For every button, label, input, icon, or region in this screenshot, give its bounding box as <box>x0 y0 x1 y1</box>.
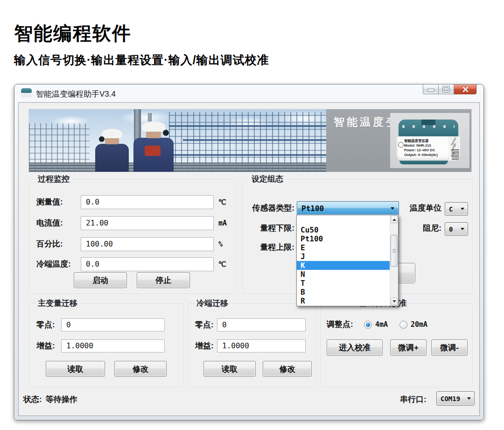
main-gain-field[interactable]: 1.0000 <box>61 339 165 352</box>
group-title: 过程监控 <box>35 175 72 184</box>
stop-button[interactable]: 停止 <box>137 272 190 288</box>
minimize-icon <box>427 89 434 92</box>
chevron-down-icon <box>467 397 471 402</box>
cold-zero-field[interactable]: 0 <box>217 318 306 331</box>
app-icon-label <box>21 93 32 98</box>
dropdown-item-n[interactable]: N <box>297 270 390 279</box>
radio-20ma-label: 20mA <box>411 319 427 330</box>
dropdown-item-k-selected[interactable]: K <box>297 261 390 270</box>
current-value-unit: mA <box>218 216 227 230</box>
maximize-button[interactable] <box>439 85 454 94</box>
temp-unit-value: C <box>445 205 461 213</box>
scroll-down-button[interactable] <box>391 298 398 305</box>
zero-label: 零点: <box>36 318 55 331</box>
ear-muff <box>99 136 105 142</box>
cold-gain-field[interactable]: 1.0000 <box>217 339 306 352</box>
app-window: 智能温变编程助手V3.4 <box>14 84 484 420</box>
pipes-art <box>29 162 326 172</box>
measure-value-field[interactable]: 0.0 <box>81 195 214 209</box>
fine-tune-minus-button[interactable]: 微调- <box>431 339 468 356</box>
cold-junction-temp-field[interactable]: 0.0 <box>81 257 214 271</box>
serial-port-label: 串行口: <box>400 394 427 405</box>
device-cap <box>399 120 458 137</box>
minimize-button[interactable] <box>423 85 439 94</box>
dropdown-item-cu50[interactable]: Cu50 <box>297 226 390 234</box>
banner: 智能温度变送器 智能温度变送器 Model: NHR-213 Power: 12… <box>29 109 471 172</box>
fine-tune-plus-button[interactable]: 微调+ <box>390 339 427 356</box>
chevron-down-icon <box>461 208 464 212</box>
device-label-line: 智能温度变送器 <box>404 139 449 143</box>
dropdown-item-e[interactable]: E <box>297 243 390 252</box>
scroll-up-icon <box>392 217 396 221</box>
status-label: 状态: <box>23 395 42 404</box>
gain-label: 增益: <box>195 339 214 352</box>
device-logo <box>398 142 404 148</box>
group-main-shift: 主变量迁移 零点: 0 增益: 1.0000 读取 修改 <box>29 303 184 387</box>
device-label: 智能温度变送器 Model: NHR-213 Power: 12~40V DC … <box>397 136 450 161</box>
measure-value-label: 测量值: <box>36 195 63 209</box>
dropdown-item-t[interactable]: T <box>297 279 390 288</box>
temp-unit-label: 温度单位 <box>383 201 441 215</box>
device-label-line: Output: 4~20mA(dc) <box>404 153 449 157</box>
close-button[interactable] <box>454 85 476 94</box>
status-text: 状态:等待操作 <box>23 394 77 405</box>
sensor-type-label: 传感器类型: <box>245 201 294 215</box>
measure-value-unit: ℃ <box>218 195 226 209</box>
cold-modify-button[interactable]: 修改 <box>263 361 312 377</box>
dropdown-item[interactable] <box>297 217 390 226</box>
zero-label: 零点: <box>195 318 214 331</box>
main-read-button[interactable]: 读取 <box>46 361 105 377</box>
damping-combobox[interactable]: 0 <box>445 222 468 236</box>
title-bar[interactable]: 智能温变编程助手V3.4 <box>14 85 483 102</box>
chevron-down-icon <box>461 228 464 232</box>
app-icon-cap <box>21 88 32 93</box>
group-title: 主变量迁移 <box>35 299 80 308</box>
scroll-down-icon <box>392 300 396 304</box>
worker-figure <box>133 121 174 172</box>
device-photo: 智能温度变送器 Model: NHR-213 Power: 12~40V DC … <box>390 113 469 168</box>
ear-muff <box>163 130 169 136</box>
beam-art <box>169 125 326 127</box>
current-value-label: 电流值: <box>36 216 63 230</box>
device-side-label: Sensor: Range: S.N: <box>449 136 460 161</box>
caption-buttons <box>423 85 476 95</box>
group-process-monitor: 过程监控 测量值: 0.0 ℃ 电流值: 21.00 mA 百分比: 100.0… <box>29 179 235 294</box>
dropdown-scrollbar[interactable] <box>390 215 398 306</box>
dropdown-item-j[interactable]: J <box>297 252 390 261</box>
current-value-field[interactable]: 21.00 <box>81 216 214 230</box>
temp-unit-combobox[interactable]: C <box>445 202 468 216</box>
enter-calibration-button[interactable]: 进入校准 <box>327 339 383 356</box>
group-cold-shift: 冷端迁移 零点: 0 增益: 1.0000 读取 修改 <box>188 303 315 387</box>
cold-junction-temp-unit: ℃ <box>218 257 226 271</box>
gain-label: 增益: <box>36 339 55 352</box>
page-subtitle: 输入信号切换·输出量程设置·输入/输出调试校准 <box>14 52 269 68</box>
serial-port-combobox[interactable]: COM19 <box>436 391 475 406</box>
dropdown-item-r[interactable]: R <box>297 296 390 305</box>
dropdown-item-pt100[interactable]: Pt100 <box>297 234 390 243</box>
dropdown-item-b[interactable]: B <box>297 288 390 296</box>
group-title: 冷端迁移 <box>194 299 231 308</box>
range-low-label: 量程下限: <box>245 221 294 235</box>
damping-value: 0 <box>445 226 461 233</box>
hard-hat <box>142 121 165 132</box>
serial-port-value: COM19 <box>437 395 467 402</box>
device-terminals <box>402 125 455 128</box>
percent-unit: % <box>218 237 223 251</box>
percent-label: 百分比: <box>36 237 63 251</box>
beam-art <box>183 139 326 141</box>
radio-4ma[interactable] <box>364 321 372 329</box>
cold-read-button[interactable]: 读取 <box>203 361 256 377</box>
scroll-up-button[interactable] <box>391 216 398 223</box>
group-calibration: 4-20mA输出调试校准 调整点: 4mA 20mA 进入校准 微调+ 微调- <box>321 303 472 387</box>
device-label-line: Power: 12~40V DC <box>404 148 449 153</box>
group-title: 设定组态 <box>249 175 286 184</box>
worker-vest <box>145 146 161 156</box>
radio-20ma[interactable] <box>399 321 407 329</box>
sensor-type-dropdown-list: Cu50 Pt100 E J K N T B R <box>296 215 399 306</box>
main-modify-button[interactable]: 修改 <box>114 361 167 377</box>
scrollbar-thumb[interactable] <box>391 235 398 267</box>
main-zero-field[interactable]: 0 <box>61 318 165 331</box>
worker-figure <box>95 129 129 172</box>
start-button[interactable]: 启动 <box>74 272 127 288</box>
percent-field[interactable]: 100.00 <box>81 237 214 251</box>
